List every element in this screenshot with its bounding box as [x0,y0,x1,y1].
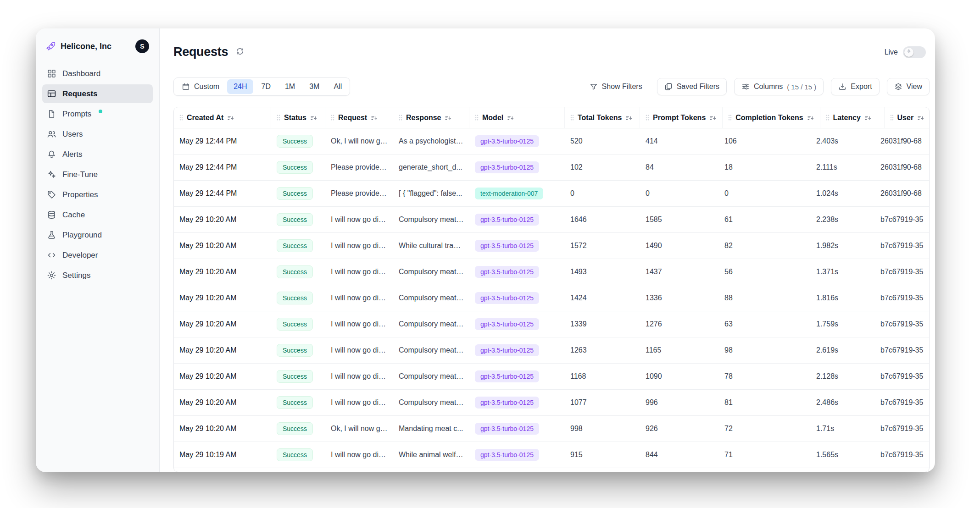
cell-latency: 2.403s [811,137,875,145]
range-tab-all[interactable]: All [327,79,348,94]
column-header-completion-tokens[interactable]: Completion Tokens [723,107,820,128]
live-toggle[interactable] [903,46,926,58]
sort-icon [917,114,924,121]
table-row[interactable]: May 29 10:20 AMSuccessI will now go dire… [174,233,929,259]
cell-total-tokens: 1646 [565,215,640,224]
cell-prompt-tokens: 1276 [640,320,719,328]
table-row[interactable]: May 29 12:44 PMSuccessPlease provide a s… [174,155,929,181]
column-label: Total Tokens [578,114,622,122]
range-tab-24h[interactable]: 24H [227,79,253,94]
cell-model: gpt-3.5-turbo-0125 [469,397,565,409]
avatar[interactable]: S [135,39,149,53]
cell-latency: 1.816s [811,294,875,302]
model-badge: gpt-3.5-turbo-0125 [475,423,539,435]
column-header-latency[interactable]: Latency [820,107,885,128]
cell-created-at: May 29 10:20 AM [174,372,271,381]
custom-range-button[interactable]: Custom [175,79,226,94]
sidebar-item-properties[interactable]: Properties [42,185,153,204]
cell-response: While cultural tradi... [393,242,469,250]
table-row[interactable]: May 29 10:20 AMSuccessI will now go dire… [174,337,929,364]
cell-total-tokens: 0 [565,189,640,198]
cell-total-tokens: 1339 [565,320,640,328]
show-filters-label: Show Filters [602,83,642,91]
table-row[interactable]: May 29 10:20 AMSuccessI will now go dire… [174,311,929,337]
sidebar-item-alerts[interactable]: Alerts [42,145,153,164]
column-header-user[interactable]: User [885,107,930,128]
sidebar-item-users[interactable]: Users [42,125,153,144]
page-header: Requests Live [173,45,930,59]
status-badge: Success [277,239,313,252]
sort-icon [625,114,633,121]
cell-status: Success [271,396,325,409]
view-button[interactable]: View [887,78,930,95]
toolbar: Custom 24H7D1M3MAll Show FiltersSaved Fi… [173,77,930,96]
columns-button[interactable]: Columns( 15 / 15 ) [734,78,824,95]
cell-request: I will now go direct... [325,451,393,459]
sort-icon [227,114,234,121]
column-label: Status [284,114,306,122]
table-row[interactable]: May 29 10:19 AMSuccessI will now go dire… [174,442,929,468]
playground-icon [47,230,56,240]
column-header-prompt-tokens[interactable]: Prompt Tokens [640,107,723,128]
range-tab-3m[interactable]: 3M [303,79,326,94]
sidebar-item-label: Cache [62,210,85,220]
cell-model: text-moderation-007 [469,188,565,199]
cell-completion-tokens: 71 [719,451,811,459]
status-badge: Success [277,370,313,383]
cell-request: I will now go direct... [325,242,393,250]
sidebar-item-label: Fine-Tune [62,170,98,179]
cell-created-at: May 29 10:20 AM [174,346,271,354]
sidebar-item-fine-tune[interactable]: Fine-Tune [42,165,153,184]
column-header-response[interactable]: Response [393,107,469,128]
column-header-created-at[interactable]: Created At [174,107,271,128]
table-row[interactable]: May 29 12:44 PMSuccessPlease provide a s… [174,181,929,207]
cell-prompt-tokens: 1490 [640,242,719,250]
cell-request: I will now go direct... [325,398,393,407]
table-row[interactable]: May 29 10:20 AMSuccessI will now go dire… [174,285,929,311]
sidebar-item-playground[interactable]: Playground [42,226,153,244]
cell-total-tokens: 1424 [565,294,640,302]
live-label: Live [885,48,898,56]
sidebar-item-cache[interactable]: Cache [42,205,153,224]
range-tab-1m[interactable]: 1M [278,79,301,94]
column-header-total-tokens[interactable]: Total Tokens [565,107,640,128]
table-row[interactable]: May 29 10:20 AMSuccessI will now go dire… [174,364,929,390]
column-header-status[interactable]: Status [271,107,325,128]
cell-response: Mandating meat c... [393,425,469,433]
table-row[interactable]: May 29 10:20 AMSuccessI will now go dire… [174,390,929,416]
cell-status: Success [271,161,325,174]
column-header-request[interactable]: Request [325,107,393,128]
status-badge: Success [277,448,313,461]
status-badge: Success [277,161,313,174]
cell-request: I will now go direct... [325,372,393,381]
sidebar-item-dashboard[interactable]: Dashboard [42,64,153,83]
table-row[interactable]: May 29 10:20 AMSuccessI will now go dire… [174,259,929,285]
cell-response: While animal welfa... [393,451,469,459]
table-row[interactable]: May 29 10:20 AMSuccessI will now go dire… [174,207,929,233]
table-actions: Show FiltersSaved FiltersColumns( 15 / 1… [582,78,930,95]
status-badge: Success [277,344,313,357]
table-row[interactable]: May 29 10:20 AMSuccessOk, I will now giv… [174,416,929,442]
sidebar-item-developer[interactable]: Developer [42,246,153,265]
cell-model: gpt-3.5-turbo-0125 [469,292,565,304]
properties-icon [47,190,56,199]
range-tab-7d[interactable]: 7D [255,79,277,94]
sidebar-item-prompts[interactable]: Prompts [42,105,153,123]
model-badge: gpt-3.5-turbo-0125 [475,135,539,147]
show-filters-button[interactable]: Show Filters [582,78,650,95]
cell-user: b7c67919-35 [875,425,930,433]
export-button[interactable]: Export [831,78,879,95]
column-header-model[interactable]: Model [469,107,565,128]
refresh-button[interactable] [235,47,245,57]
cell-latency: 1.759s [811,320,875,328]
cell-response: Compulsory meat ... [393,294,469,302]
table-row[interactable]: May 29 12:44 PMSuccessOk, I will now giv… [174,128,929,155]
sidebar-item-label: Playground [62,231,102,240]
sidebar-item-requests[interactable]: Requests [42,84,153,103]
saved-filters-button[interactable]: Saved Filters [657,78,727,95]
sidebar: Helicone, Inc S DashboardRequestsPrompts… [36,28,160,472]
sidebar-item-settings[interactable]: Settings [42,266,153,285]
cell-created-at: May 29 10:20 AM [174,294,271,302]
drag-icon [826,114,830,121]
model-badge: gpt-3.5-turbo-0125 [475,370,539,382]
